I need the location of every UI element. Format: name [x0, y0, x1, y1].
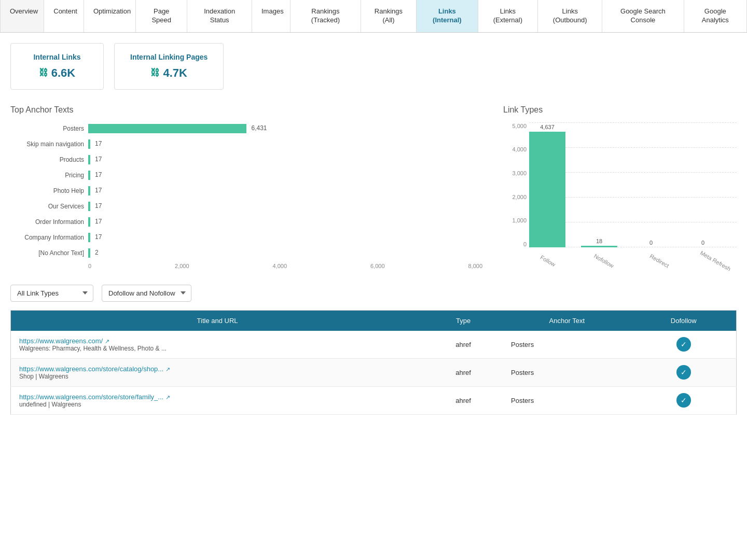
table-cell-type: ahref	[424, 331, 503, 359]
anchor-bar-row: Pricing17	[10, 170, 482, 181]
table-cell-anchor: Posters	[503, 386, 631, 414]
table-cell-type: ahref	[424, 358, 503, 386]
tab-overview[interactable]: Overview	[0, 0, 44, 32]
tab-rankings-tracked[interactable]: Rankings (Tracked)	[290, 0, 361, 32]
table-row: https://www.walgreens.com/store/store/fa…	[11, 386, 737, 414]
anchor-bar-value: 17	[95, 233, 102, 241]
anchor-bar-wrap: 17	[88, 139, 482, 149]
data-table: Title and URL Type Anchor Text Dofollow …	[10, 310, 737, 415]
anchor-label: Posters	[10, 125, 88, 132]
tab-images[interactable]: Images	[252, 0, 290, 32]
anchor-texts-chart: Top Anchor Texts Posters6,431Skip main n…	[10, 105, 482, 269]
anchor-bar	[88, 124, 246, 133]
site-title: Shop | Walgreens	[19, 373, 416, 380]
anchor-bar	[88, 186, 90, 195]
vbar-value: 0	[701, 240, 704, 246]
tab-page-speed[interactable]: Page Speed	[136, 0, 187, 32]
tab-content[interactable]: Content	[44, 0, 84, 32]
tab-indexation-status[interactable]: Indexation Status	[187, 0, 252, 32]
table-row: https://www.walgreens.com/ ↗Walgreens: P…	[11, 331, 737, 359]
link-types-title: Link Types	[503, 105, 737, 115]
vbar-value: 4,637	[540, 124, 555, 130]
anchor-bar	[88, 155, 90, 164]
tab-links-external[interactable]: Links (External)	[478, 0, 538, 32]
dofollow-filter[interactable]: Dofollow and NofollowDofollowNofollow	[102, 285, 191, 302]
filters: All Link TypesFollowNofollowRedirectMeta…	[0, 279, 747, 310]
table-cell-url: https://www.walgreens.com/store/catalog/…	[11, 358, 424, 386]
anchor-bar-row: Photo Help17	[10, 185, 482, 197]
tab-google-search-console[interactable]: Google Search Console	[602, 0, 684, 32]
link-types-filter[interactable]: All Link TypesFollowNofollowRedirectMeta…	[10, 285, 93, 302]
table-cell-anchor: Posters	[503, 358, 631, 386]
summary-cards: Internal Links ⛓ 6.6K Internal Linking P…	[0, 33, 747, 95]
anchor-bar-value: 2	[95, 249, 99, 256]
dofollow-check-icon: ✓	[676, 393, 691, 408]
tab-links-internal[interactable]: Links (Internal)	[417, 0, 478, 32]
vbar-col: 0	[633, 240, 669, 247]
anchor-bar-wrap: 17	[88, 202, 482, 211]
anchor-x-label: 4,000	[273, 263, 287, 269]
anchor-bar-value: 17	[95, 187, 102, 194]
tab-rankings-all[interactable]: Rankings (All)	[361, 0, 417, 32]
dofollow-check-icon: ✓	[676, 337, 691, 352]
url-link[interactable]: https://www.walgreens.com/store/store/fa…	[19, 393, 170, 401]
anchor-bar-wrap: 2	[88, 248, 482, 258]
vbar-x-label: Redirect	[643, 249, 676, 272]
vbar-value: 18	[596, 238, 602, 244]
anchor-bar	[88, 139, 90, 149]
external-link-icon: ↗	[165, 394, 170, 400]
anchor-x-axis: 02,0004,0006,0008,000	[88, 263, 482, 269]
vbar-y-label: 3,000	[503, 170, 527, 176]
vbar-col: 18	[581, 238, 617, 247]
table-header-row: Title and URL Type Anchor Text Dofollow	[11, 310, 737, 331]
tab-links-outbound[interactable]: Links (Outbound)	[538, 0, 602, 32]
anchor-bar-value: 17	[95, 171, 102, 178]
site-title: Walgreens: Pharmacy, Health & Wellness, …	[19, 345, 416, 352]
anchor-bar	[88, 171, 90, 180]
anchor-bar-value: 17	[95, 202, 102, 209]
anchor-bar-value: 17	[95, 156, 102, 163]
url-link[interactable]: https://www.walgreens.com/store/catalog/…	[19, 365, 170, 373]
vbar-x-label: Nofollow	[587, 249, 620, 272]
anchor-x-label: 8,000	[468, 263, 482, 269]
table-cell-anchor: Posters	[503, 331, 631, 359]
vbar-chart: 01,0002,0003,0004,0005,000 4,6371800	[503, 123, 737, 247]
anchor-bar-value: 17	[95, 218, 102, 225]
internal-linking-pages-value: ⛓ 4.7K	[130, 66, 208, 80]
vbar-y-label: 5,000	[503, 123, 527, 129]
tab-optimization[interactable]: Optimization	[84, 0, 136, 32]
internal-linking-pages-card: Internal Linking Pages ⛓ 4.7K	[114, 43, 224, 90]
vbar-col: 4,637	[529, 124, 565, 247]
anchor-label: Pricing	[10, 172, 88, 179]
url-link[interactable]: https://www.walgreens.com/ ↗	[19, 337, 109, 345]
vbar-value: 0	[649, 240, 653, 246]
link-icon: ⛓	[39, 67, 48, 78]
internal-links-card: Internal Links ⛓ 6.6K	[10, 43, 104, 90]
anchor-label: [No Anchor Text]	[10, 249, 88, 257]
anchor-bar-row: Products17	[10, 154, 482, 165]
table-cell-url: https://www.walgreens.com/ ↗Walgreens: P…	[11, 331, 424, 359]
external-link-icon: ↗	[165, 366, 170, 372]
vbar-y-label: 4,000	[503, 146, 527, 152]
anchor-label: Skip main navigation	[10, 141, 88, 148]
table-row: https://www.walgreens.com/store/catalog/…	[11, 358, 737, 386]
site-title: undefined | Walgreens	[19, 401, 416, 408]
vbar-y-label: 2,000	[503, 194, 527, 200]
vbar	[529, 132, 565, 247]
anchor-chart-title: Top Anchor Texts	[10, 105, 482, 115]
vbar	[581, 246, 617, 247]
internal-links-title: Internal Links	[26, 53, 88, 61]
col-header-url: Title and URL	[11, 310, 424, 331]
anchor-x-label: 2,000	[175, 263, 189, 269]
anchor-bar-wrap: 17	[88, 233, 482, 242]
anchor-label: Order Information	[10, 218, 88, 226]
anchor-bar-wrap: 17	[88, 186, 482, 195]
table-cell-type: ahref	[424, 386, 503, 414]
table-cell-dofollow: ✓	[631, 331, 737, 359]
anchor-label: Products	[10, 156, 88, 163]
anchor-bar-row: Our Services17	[10, 201, 482, 212]
external-link-icon: ↗	[105, 338, 109, 344]
tab-google-analytics[interactable]: Google Analytics	[684, 0, 747, 32]
anchor-bar-row: Skip main navigation17	[10, 138, 482, 150]
internal-linking-pages-title: Internal Linking Pages	[130, 53, 208, 61]
